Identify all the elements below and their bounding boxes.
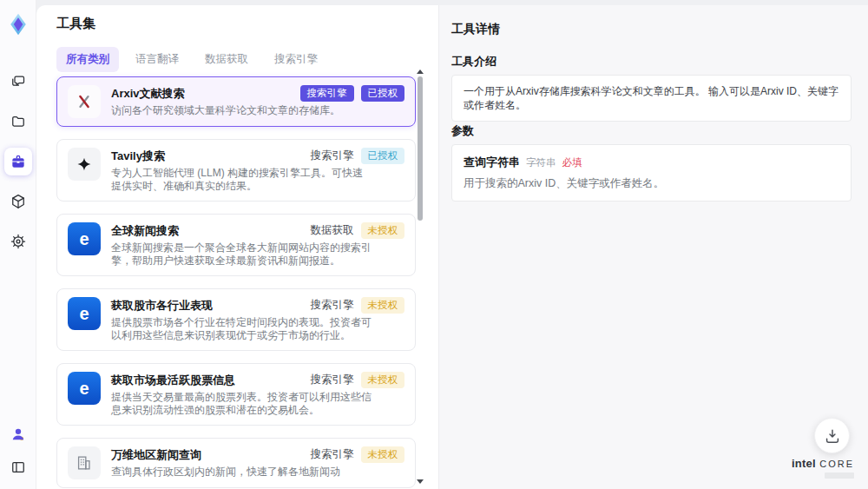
tool-card[interactable]: e 获取市场最活跃股票信息 搜索引擎 未授权 提供当天交易量最高的股票列表。投资… — [56, 363, 416, 426]
category-badge: 数据获取 — [311, 223, 354, 238]
intro-label: 工具介绍 — [451, 54, 496, 69]
auth-badge: 未授权 — [361, 372, 405, 388]
gem-logo-icon[interactable] — [6, 12, 30, 36]
param-name: 查询字符串 — [464, 155, 520, 170]
page-title: 工具集 — [56, 16, 95, 32]
panel-toggle-button[interactable] — [7, 456, 30, 479]
param-type: 字符串 — [526, 156, 556, 169]
intel-sub-badge — [825, 472, 854, 479]
tool-name: 获取市场最活跃股票信息 — [111, 373, 235, 387]
sidebar-item-settings[interactable] — [4, 228, 32, 255]
auth-badge: 已授权 — [361, 85, 405, 102]
tool-card[interactable]: e 获取股市各行业表现 搜索引擎 未授权 提供股票市场各个行业在特定时间段内的表… — [56, 288, 416, 351]
category-badge: 搜索引擎 — [311, 149, 354, 163]
category-tab[interactable]: 语言翻译 — [126, 47, 188, 72]
param-description: 用于搜索的Arxiv ID、关键字或作者姓名。 — [464, 176, 839, 191]
tool-card[interactable]: e 全球新闻搜索 数据获取 未授权 全球新闻搜索是一个聚合全球各大新闻网站内容的… — [56, 214, 416, 276]
tool-name: 全球新闻搜索 — [111, 224, 179, 238]
gear-icon — [10, 233, 27, 250]
tool-description: 全球新闻搜索是一个聚合全球各大新闻网站内容的搜索引擎，帮助用户快速获取全球最新资… — [111, 241, 372, 268]
auth-badge: 已授权 — [361, 148, 405, 164]
building-icon — [68, 446, 101, 479]
sidebar-item-chat[interactable] — [4, 68, 32, 96]
tool-description: 专为人工智能代理 (LLM) 构建的搜索引擎工具。可快速提供实时、准确和真实的结… — [111, 167, 372, 193]
tool-description: 提供当天交易量最高的股票列表。投资者可以利用这些信息来识别流动性强的股票和潜在的… — [111, 391, 372, 417]
intel-core-logo: intel CORE — [792, 455, 854, 479]
sidebar-item-packages[interactable] — [4, 188, 32, 215]
briefcase-icon — [10, 153, 27, 170]
app-window: 工具集 所有类别语言翻译数据获取搜索引擎 Arxiv文献搜索 搜索引擎 已授权 … — [0, 0, 868, 489]
category-tab[interactable]: 数据获取 — [195, 47, 258, 72]
sidebar-item-tools[interactable] — [4, 148, 32, 175]
tool-card[interactable]: 万维地区新闻查询 搜索引擎 未授权 查询具体行政区划内的新闻，快速了解各地新闻动 — [56, 438, 416, 488]
param-required-badge: 必填 — [562, 156, 582, 169]
tool-intro-box: 一个用于从Arxiv存储库搜索科学论文和文章的工具。 输入可以是Arxiv ID… — [451, 75, 852, 122]
main-panel: 工具集 所有类别语言翻译数据获取搜索引擎 Arxiv文献搜索 搜索引擎 已授权 … — [36, 5, 868, 489]
tool-name: 万维地区新闻查询 — [111, 448, 201, 462]
sidebar-bottom — [7, 423, 30, 479]
auth-badge: 未授权 — [361, 446, 405, 463]
tool-details-panel: 工具详情 工具介绍 一个用于从Arxiv存储库搜索科学论文和文章的工具。 输入可… — [438, 5, 868, 489]
param-row: 查询字符串 字符串 必填 用于搜索的Arxiv ID、关键字或作者姓名。 — [464, 155, 839, 191]
tool-card[interactable]: Tavily搜索 搜索引擎 已授权 专为人工智能代理 (LLM) 构建的搜索引擎… — [56, 139, 416, 202]
auth-badge: 未授权 — [361, 222, 405, 239]
category-badge: 搜索引擎 — [311, 373, 354, 387]
news-app-icon: e — [68, 222, 101, 255]
folder-icon — [10, 113, 27, 130]
tool-card[interactable]: Arxiv文献搜索 搜索引擎 已授权 访问各个研究领域大量科学论文和文章的存储库… — [56, 76, 416, 127]
params-label: 参数 — [451, 123, 474, 139]
scroll-up-icon[interactable] — [417, 69, 424, 74]
download-button[interactable] — [814, 418, 850, 453]
user-avatar[interactable] — [7, 423, 30, 446]
tool-description: 访问各个研究领域大量科学论文和文章的存储库。 — [111, 104, 372, 117]
chat-icon — [10, 73, 27, 90]
category-badge: 搜索引擎 — [311, 298, 354, 313]
scroll-down-icon[interactable] — [417, 479, 424, 484]
details-title: 工具详情 — [451, 22, 500, 37]
sidebar — [0, 0, 36, 489]
tool-name: Tavily搜索 — [111, 149, 165, 163]
category-tab[interactable]: 搜索引擎 — [265, 47, 327, 72]
scrollbar-thumb[interactable] — [418, 76, 423, 221]
user-avatar-icon — [10, 426, 27, 443]
sidebar-item-files[interactable] — [4, 108, 32, 135]
panel-toggle-icon — [10, 459, 27, 476]
tool-intro-text: 一个用于从Arxiv存储库搜索科学论文和文章的工具。 输入可以是Arxiv ID… — [464, 85, 838, 111]
category-tabs: 所有类别语言翻译数据获取搜索引擎 — [56, 47, 327, 72]
scrollbar[interactable] — [417, 71, 424, 482]
tool-description: 查询具体行政区划内的新闻，快速了解各地新闻动 — [111, 466, 372, 479]
sidebar-nav — [4, 68, 32, 255]
tool-name: 获取股市各行业表现 — [111, 299, 213, 313]
tool-description: 提供股票市场各个行业在特定时间段内的表现。投资者可以利用这些信息来识别表现优于或… — [111, 316, 372, 342]
category-badge: 搜索引擎 — [300, 85, 354, 102]
news-app-icon: e — [68, 372, 101, 405]
category-tab[interactable]: 所有类别 — [56, 47, 119, 72]
cube-icon — [10, 193, 27, 210]
core-brand-text: CORE — [819, 459, 854, 469]
category-badge: 搜索引擎 — [311, 447, 354, 462]
news-app-icon: e — [68, 297, 101, 330]
tavily-star-icon — [68, 148, 101, 181]
intel-brand-text: intel — [792, 457, 816, 470]
tool-list: Arxiv文献搜索 搜索引擎 已授权 访问各个研究领域大量科学论文和文章的存储库… — [56, 76, 416, 488]
tool-name: Arxiv文献搜索 — [111, 87, 185, 101]
download-icon — [823, 426, 842, 446]
auth-badge: 未授权 — [361, 297, 405, 314]
arxiv-logo-icon — [68, 85, 101, 118]
param-list: 查询字符串 字符串 必填 用于搜索的Arxiv ID、关键字或作者姓名。 — [451, 144, 852, 202]
